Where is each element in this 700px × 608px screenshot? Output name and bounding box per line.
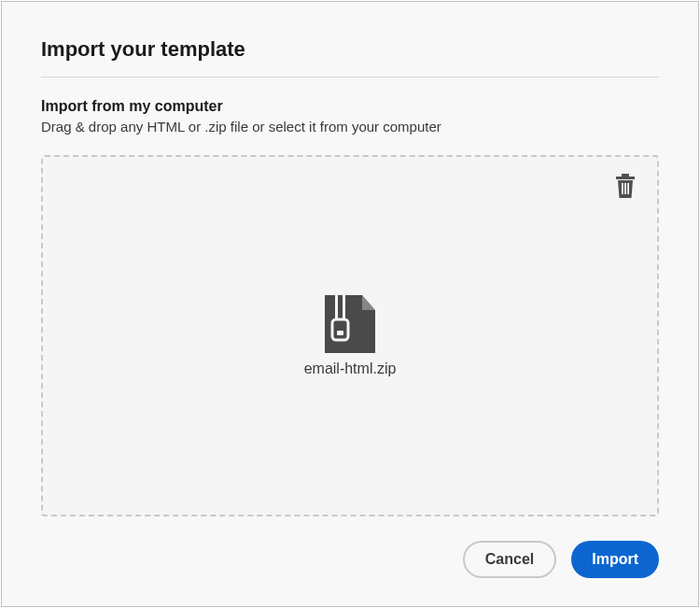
- svg-rect-1: [622, 174, 629, 177]
- cancel-button[interactable]: Cancel: [463, 541, 556, 578]
- file-name: email-html.zip: [304, 361, 397, 377]
- section-description: Drag & drop any HTML or .zip file or sel…: [41, 119, 659, 134]
- import-template-dialog: Import your template Import from my comp…: [1, 1, 699, 607]
- svg-rect-0: [616, 177, 635, 179]
- dialog-footer: Cancel Import: [41, 516, 659, 578]
- delete-file-button[interactable]: [614, 174, 637, 198]
- trash-icon: [614, 174, 637, 198]
- section-subtitle: Import from my computer: [41, 98, 659, 115]
- file-dropzone[interactable]: email-html.zip: [41, 155, 659, 516]
- svg-rect-2: [622, 183, 623, 194]
- dialog-title: Import your template: [41, 37, 659, 78]
- svg-rect-3: [624, 183, 626, 194]
- svg-rect-4: [627, 183, 629, 194]
- import-button[interactable]: Import: [571, 541, 659, 578]
- svg-rect-6: [343, 295, 345, 319]
- zip-file-icon: [325, 295, 375, 353]
- svg-rect-8: [337, 331, 343, 335]
- svg-rect-5: [335, 295, 338, 319]
